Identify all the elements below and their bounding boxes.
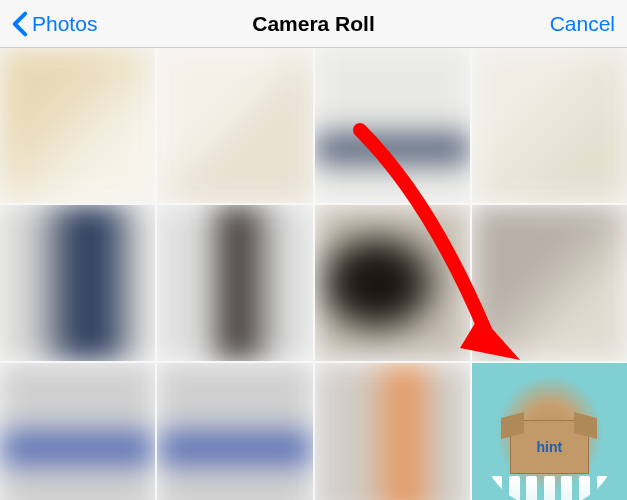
bottles-graphic <box>481 476 618 500</box>
product-image: hint <box>481 372 618 500</box>
photo-thumbnail[interactable] <box>472 48 627 203</box>
photo-thumbnail[interactable] <box>0 205 155 360</box>
photo-thumbnail[interactable] <box>0 363 155 501</box>
photo-thumbnail[interactable] <box>472 205 627 360</box>
brand-text: hint <box>537 439 563 455</box>
photo-grid: hint <box>0 48 627 500</box>
photo-thumbnail[interactable] <box>157 363 312 501</box>
photo-thumbnail[interactable] <box>0 48 155 203</box>
photo-thumbnail[interactable] <box>315 205 470 360</box>
photo-thumbnail[interactable] <box>315 48 470 203</box>
box-graphic: hint <box>510 420 589 475</box>
photo-thumbnail[interactable] <box>157 205 312 360</box>
back-label: Photos <box>32 12 97 36</box>
chevron-left-icon <box>12 11 28 37</box>
cancel-button[interactable]: Cancel <box>550 12 615 36</box>
photo-thumbnail-highlighted[interactable]: hint <box>472 363 627 501</box>
photo-thumbnail[interactable] <box>157 48 312 203</box>
page-title: Camera Roll <box>252 12 375 36</box>
navigation-bar: Photos Camera Roll Cancel <box>0 0 627 48</box>
photo-thumbnail[interactable] <box>315 363 470 501</box>
back-button[interactable]: Photos <box>12 11 97 37</box>
